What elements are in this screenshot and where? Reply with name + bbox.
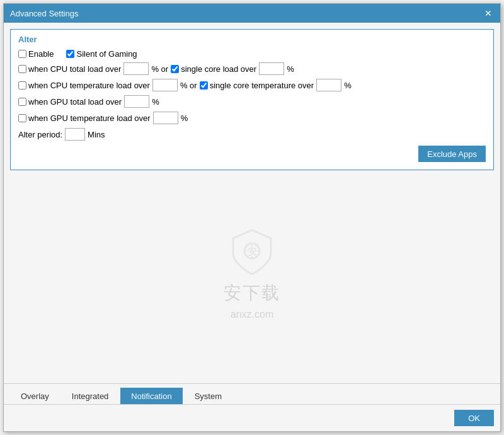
gpu-temp-label[interactable]: when GPU temperature load over [18, 113, 151, 123]
exclude-apps-button[interactable]: Exclude Apps [418, 146, 486, 162]
single-core-load-label[interactable]: single core load over [171, 64, 256, 74]
exclude-btn-row: Exclude Apps [18, 146, 486, 162]
watermark-shield-icon: 安 [230, 227, 274, 277]
cpu-temp-row: when CPU temperature load over 75 % or s… [18, 79, 486, 91]
alter-period-unit: Mins [88, 130, 105, 139]
tab-overlay[interactable]: Overlay [10, 388, 60, 404]
alter-section: Alter Enable Silent of Gaming when CPU t… [10, 29, 494, 170]
single-core-load-value[interactable]: 80 [259, 62, 284, 75]
silent-gaming-checkbox[interactable] [66, 50, 74, 58]
cpu-temp-label[interactable]: when CPU temperature load over [18, 81, 150, 90]
gpu-temp-checkbox[interactable] [18, 114, 26, 122]
ok-row: OK [4, 405, 500, 431]
tab-notification[interactable]: Notification [120, 388, 182, 404]
cpu-temp-checkbox[interactable] [18, 81, 26, 90]
alter-title: Alter [18, 35, 486, 44]
title-bar: Advanced Settings ✕ [4, 4, 500, 23]
watermark: 安 安下载 anxz.com [224, 227, 280, 320]
gpu-temp-value[interactable]: 75 [153, 112, 178, 124]
single-core-temp-checkbox[interactable] [200, 81, 208, 90]
cpu-temp-value[interactable]: 75 [152, 79, 178, 91]
alter-period-label: Alter period: [18, 130, 62, 139]
enable-label[interactable]: Enable [18, 49, 54, 59]
alter-period-value[interactable]: 5 [65, 128, 85, 141]
cpu-load-label[interactable]: when CPU total load over [18, 64, 121, 74]
single-core-load-checkbox[interactable] [171, 65, 179, 73]
ok-button[interactable]: OK [454, 410, 494, 426]
main-window: Advanced Settings ✕ Alter Enable Silent … [3, 3, 501, 432]
single-core-temp-value[interactable]: 70 [316, 79, 341, 91]
cpu-load-checkbox[interactable] [18, 65, 26, 73]
window-title: Advanced Settings [10, 9, 78, 18]
content-area: Alter Enable Silent of Gaming when CPU t… [4, 23, 500, 383]
middle-area: 安 安下载 anxz.com [10, 170, 494, 377]
silent-gaming-label[interactable]: Silent of Gaming [66, 49, 137, 59]
cpu-load-value[interactable]: 80 [123, 62, 149, 75]
tab-integrated[interactable]: Integrated [61, 388, 120, 404]
bottom-tabs-area: Overlay Integrated Notification System O… [4, 383, 500, 431]
enable-checkbox[interactable] [18, 50, 26, 58]
gpu-load-checkbox[interactable] [18, 98, 26, 106]
tab-system[interactable]: System [184, 388, 232, 404]
cpu-load-row: when CPU total load over 80 % or single … [18, 62, 486, 75]
svg-text:安: 安 [247, 246, 256, 257]
gpu-load-label[interactable]: when GPU total load over [18, 97, 122, 107]
gpu-load-row: when GPU total load over 80 % [18, 95, 486, 108]
alter-period-row: Alter period: 5 Mins [18, 128, 486, 141]
gpu-load-value[interactable]: 80 [124, 95, 149, 108]
tabs-row: Overlay Integrated Notification System [4, 384, 500, 405]
watermark-text: 安下载 [224, 281, 280, 305]
close-button[interactable]: ✕ [483, 8, 494, 19]
single-core-temp-label[interactable]: single core temperature over [200, 81, 314, 90]
watermark-sub: anxz.com [231, 309, 273, 320]
enable-row: Enable Silent of Gaming [18, 49, 486, 59]
gpu-temp-row: when GPU temperature load over 75 % [18, 112, 486, 124]
